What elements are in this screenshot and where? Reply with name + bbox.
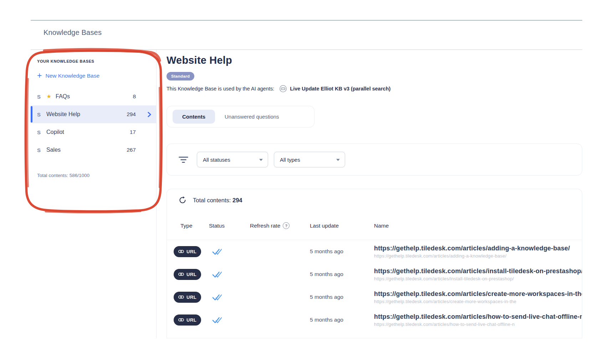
type-badge-label: URL <box>186 249 196 254</box>
type-filter-value: All types <box>280 157 300 163</box>
question-circle-icon[interactable]: ? <box>283 222 290 229</box>
content-url: https://gethelp.tiledesk.com/articles/ad… <box>374 253 582 259</box>
star-icon: ★ <box>46 94 56 99</box>
type-badge-label: URL <box>186 272 196 277</box>
kb-count-badge: 294 <box>127 111 136 118</box>
content-row[interactable]: URL 5 months ago https://gethelp.tiledes… <box>167 263 582 286</box>
kb-type-letter: S <box>37 129 46 135</box>
name-cell: https://gethelp.tiledesk.com/articles/ad… <box>374 245 582 259</box>
type-filter-select[interactable]: All types <box>274 152 345 167</box>
chevron-right-icon <box>148 112 151 117</box>
selected-indicator-bar <box>31 106 32 123</box>
name-cell: https://gethelp.tiledesk.com/articles/in… <box>374 267 582 281</box>
column-header-refresh-rate: Refresh rate ? <box>250 222 310 229</box>
sidebar-total-contents: Total contents: 586/1000 <box>37 173 89 178</box>
content-name: https://gethelp.tiledesk.com/articles/ad… <box>374 245 582 252</box>
content-url: https://gethelp.tiledesk.com/articles/in… <box>374 276 582 281</box>
last-update-cell: 5 months ago <box>310 294 374 300</box>
robot-icon <box>279 85 287 93</box>
new-knowledge-base-button[interactable]: + New Knowledge Base <box>37 73 99 79</box>
knowledge-base-detail: Website Help Standard This Knowledge Bas… <box>167 50 582 338</box>
knowledge-base-list-item[interactable]: S ★ Copilot 17 <box>31 123 156 141</box>
double-check-icon <box>209 271 250 278</box>
content-url: https://gethelp.tiledesk.com/articles/cr… <box>374 299 582 304</box>
contents-table-body: URL 5 months ago https://gethelp.tiledes… <box>167 240 582 331</box>
window-top-divider <box>31 20 582 21</box>
kb-count-badge: 17 <box>130 129 136 135</box>
kb-type-letter: S <box>37 111 46 118</box>
refresh-icon[interactable] <box>179 196 186 204</box>
agents-usage-prefix: This Knowledge Base is used by the AI ag… <box>167 86 274 92</box>
tab-contents[interactable]: Contents <box>173 110 215 124</box>
plus-icon: + <box>37 72 42 79</box>
kb-name: Website Help <box>46 111 127 118</box>
last-update-cell: 5 months ago <box>310 317 374 323</box>
column-header-type: Type <box>174 223 209 229</box>
new-knowledge-base-label: New Knowledge Base <box>45 73 99 79</box>
knowledge-bases-sidebar: YOUR KNOWLEDGE BASES + New Knowledge Bas… <box>31 50 156 338</box>
sidebar-main-divider <box>156 50 157 338</box>
tab-unanswered-questions[interactable]: Unanswered questions <box>225 114 279 120</box>
double-check-icon <box>209 316 250 324</box>
chevron-down-icon <box>259 159 263 161</box>
name-cell: https://gethelp.tiledesk.com/articles/cr… <box>374 290 582 304</box>
link-icon <box>178 318 184 322</box>
knowledge-base-list-item[interactable]: S ★ Website Help 294 <box>31 105 156 123</box>
knowledge-base-list-item[interactable]: S ★ Sales 267 <box>31 141 156 159</box>
kb-name: FAQs <box>56 93 133 100</box>
kb-name: Copilot <box>46 129 130 135</box>
contents-total-label: Total contents: <box>193 197 231 203</box>
last-update-cell: 5 months ago <box>310 271 374 277</box>
content-url: https://gethelp.tiledesk.com/articles/ho… <box>374 322 582 327</box>
kb-count-badge: 267 <box>127 147 136 153</box>
content-name: https://gethelp.tiledesk.com/articles/cr… <box>374 290 582 298</box>
content-row[interactable]: URL 5 months ago https://gethelp.tiledes… <box>167 240 582 263</box>
sidebar-section-label: YOUR KNOWLEDGE BASES <box>37 59 94 63</box>
content-row[interactable]: URL 5 months ago https://gethelp.tiledes… <box>167 308 582 331</box>
column-header-last-update: Last update <box>310 223 374 229</box>
contents-total-value: 294 <box>232 197 242 203</box>
filter-lines-icon[interactable] <box>179 156 188 163</box>
page-title: Knowledge Bases <box>43 28 102 37</box>
name-cell: https://gethelp.tiledesk.com/articles/ho… <box>374 313 582 327</box>
double-check-icon <box>209 293 250 301</box>
agents-usage-line: This Knowledge Base is used by the AI ag… <box>167 85 390 93</box>
kb-name: Sales <box>46 147 127 153</box>
last-update-cell: 5 months ago <box>310 248 374 255</box>
table-header-row: Type Status Refresh rate ? Last update N… <box>167 222 582 229</box>
contents-list-card: Total contents: 294 Type Status Refresh … <box>167 189 582 338</box>
content-row[interactable]: URL 5 months ago https://gethelp.tiledes… <box>167 286 582 308</box>
content-name: https://gethelp.tiledesk.com/articles/in… <box>374 267 582 275</box>
link-icon <box>178 272 184 276</box>
knowledge-base-list: S ★ FAQs 8 S ★ Website Help 294 S ★ <box>31 88 156 159</box>
knowledge-base-list-item[interactable]: S ★ FAQs 8 <box>31 88 156 105</box>
plan-badge: Standard <box>167 72 194 80</box>
url-type-badge: URL <box>174 314 201 326</box>
status-filter-value: All statuses <box>203 157 230 163</box>
column-header-status: Status <box>209 223 250 229</box>
agent-name[interactable]: Live Update Elliot KB v3 (parallel searc… <box>290 86 390 92</box>
double-check-icon <box>209 248 250 255</box>
link-icon <box>178 295 184 299</box>
url-type-badge: URL <box>174 269 201 280</box>
url-type-badge: URL <box>174 292 201 303</box>
type-badge-label: URL <box>186 317 196 323</box>
kb-count-badge: 8 <box>133 93 136 100</box>
filters-card: All statuses All types <box>167 144 582 176</box>
type-badge-label: URL <box>186 295 196 300</box>
link-icon <box>178 250 184 253</box>
kb-detail-title: Website Help <box>167 54 232 66</box>
contents-total-text: Total contents: 294 <box>193 197 242 204</box>
url-type-badge: URL <box>174 246 201 257</box>
tabs-card: Contents Unanswered questions <box>167 106 314 128</box>
kb-type-letter: S <box>37 94 46 100</box>
chevron-down-icon <box>336 159 340 161</box>
status-filter-select[interactable]: All statuses <box>197 152 268 167</box>
contents-total-row: Total contents: 294 <box>179 196 242 204</box>
kb-type-letter: S <box>37 147 46 153</box>
column-header-name: Name <box>374 223 582 229</box>
content-name: https://gethelp.tiledesk.com/articles/ho… <box>374 313 582 321</box>
